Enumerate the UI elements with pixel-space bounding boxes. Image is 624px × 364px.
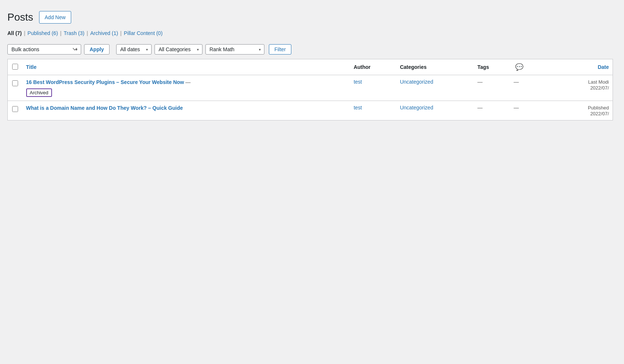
separator-4: | (120, 30, 122, 36)
title-dash-1: — (186, 79, 191, 85)
post-title-link-2[interactable]: What is a Domain Name and How Do They Wo… (26, 105, 183, 111)
separator-3: | (87, 30, 88, 36)
col-header-comments: 💬 (510, 59, 528, 75)
tags-dash-1: — (477, 79, 482, 85)
date-label-1: Last Modi (588, 79, 609, 85)
date-label-2: Published (588, 105, 609, 111)
post-category-link-2[interactable]: Uncategorized (400, 105, 433, 111)
col-header-checkbox (8, 59, 22, 75)
post-comments-cell-2: — (510, 101, 528, 120)
all-categories-wrapper: All Categories ▾ (155, 44, 202, 55)
post-author-link-2[interactable]: test (354, 105, 362, 111)
archived-badge: Archived (26, 88, 52, 97)
post-category-link-1[interactable]: Uncategorized (400, 79, 433, 85)
status-filter-archived-link[interactable]: Archived (1) (90, 30, 118, 36)
post-tags-cell-2: — (474, 101, 510, 120)
posts-table: Title Author Categories Tags 💬 Date 16 B… (7, 59, 613, 120)
post-categories-cell-2: Uncategorized (396, 101, 474, 120)
all-dates-wrapper: All dates ▾ (116, 44, 152, 55)
trash-count: (3) (78, 30, 84, 36)
status-filter-pillar-link[interactable]: Pillar Content (0) (124, 30, 163, 36)
status-filter-archived: Archived (1) (90, 30, 118, 36)
apply-button[interactable]: Apply (84, 44, 110, 55)
post-date-cell-1: Last Modi 2022/07/ (528, 75, 613, 101)
col-header-date[interactable]: Date (528, 59, 613, 75)
status-filter-published-link[interactable]: Published (6) (28, 30, 58, 36)
status-filter-all-link[interactable]: All (7) (7, 30, 22, 36)
post-author-cell-2: test (350, 101, 396, 120)
archived-count: (1) (112, 30, 118, 36)
tags-dash-2: — (477, 105, 482, 111)
col-header-title[interactable]: Title (22, 59, 350, 75)
page-header: Posts Add New (7, 11, 613, 24)
table-header-row: Title Author Categories Tags 💬 Date (8, 59, 613, 75)
bulk-actions-wrapper: Bulk actions ▾ (7, 44, 81, 55)
col-header-tags: Tags (474, 59, 510, 75)
all-count: (7) (15, 30, 22, 36)
table-row: What is a Domain Name and How Do They Wo… (8, 101, 613, 120)
row-checkbox-1[interactable] (12, 80, 18, 86)
comments-dash-1: — (514, 79, 519, 85)
post-tags-cell-1: — (474, 75, 510, 101)
status-filter-trash: Trash (3) (64, 30, 84, 36)
post-title-cell-1: 16 Best WordPress Security Plugins – Sec… (22, 75, 350, 101)
separator-1: | (24, 30, 25, 36)
tablenav: Bulk actions ▾ Apply All dates ▾ All Cat… (7, 41, 613, 57)
col-header-categories: Categories (396, 59, 474, 75)
comments-dash-2: — (514, 105, 519, 111)
all-dates-select[interactable]: All dates (116, 44, 152, 55)
post-title-cell-2: What is a Domain Name and How Do They Wo… (22, 101, 350, 120)
status-filter-pillar: Pillar Content (0) (124, 30, 163, 36)
post-author-cell-1: test (350, 75, 396, 101)
col-header-author: Author (350, 59, 396, 75)
pillar-count: (0) (156, 30, 163, 36)
add-new-button[interactable]: Add New (39, 11, 71, 24)
post-categories-cell-1: Uncategorized (396, 75, 474, 101)
status-filter-published: Published (6) (28, 30, 58, 36)
row-checkbox-cell-2 (8, 101, 22, 120)
row-checkbox-2[interactable] (12, 106, 18, 112)
published-count: (6) (52, 30, 58, 36)
table-row: 16 Best WordPress Security Plugins – Sec… (8, 75, 613, 101)
status-filters: All (7) | Published (6) | Trash (3) | Ar… (7, 30, 613, 36)
date-value-1: 2022/07/ (590, 85, 609, 91)
post-author-link-1[interactable]: test (354, 79, 362, 85)
status-filter-all: All (7) (7, 30, 22, 36)
rank-math-wrapper: Rank Math ▾ (205, 44, 264, 55)
status-filter-trash-link[interactable]: Trash (3) (64, 30, 84, 36)
date-value-2: 2022/07/ (590, 111, 609, 116)
post-title-link-1[interactable]: 16 Best WordPress Security Plugins – Sec… (26, 79, 184, 85)
separator-2: | (60, 30, 62, 36)
page-title: Posts (7, 12, 33, 22)
rank-math-select[interactable]: Rank Math (205, 44, 264, 55)
comment-bubble-icon: 💬 (515, 63, 523, 71)
all-categories-select[interactable]: All Categories (155, 44, 202, 55)
post-date-cell-2: Published 2022/07/ (528, 101, 613, 120)
post-comments-cell-1: — (510, 75, 528, 101)
bulk-actions-select[interactable]: Bulk actions (7, 44, 81, 55)
row-checkbox-cell (8, 75, 22, 101)
filter-button[interactable]: Filter (269, 44, 291, 55)
select-all-checkbox[interactable] (12, 64, 18, 70)
